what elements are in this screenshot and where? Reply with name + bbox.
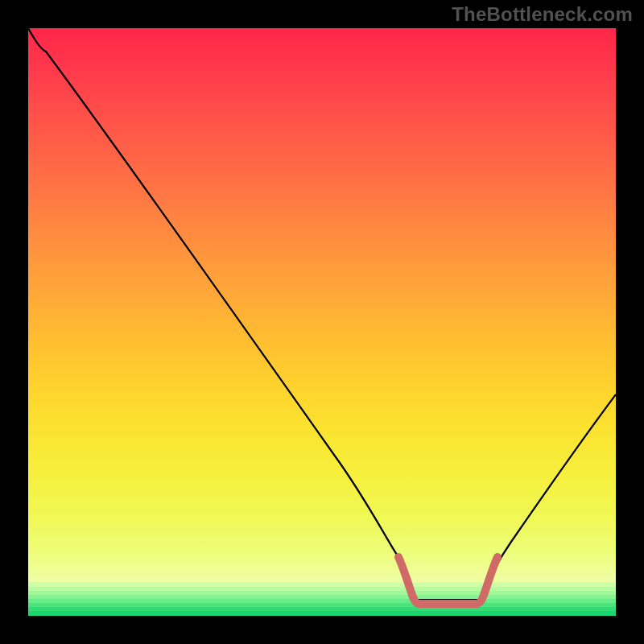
plot-area xyxy=(28,28,616,616)
curve-layer xyxy=(28,28,616,616)
bottleneck-curve xyxy=(28,28,616,600)
chart-frame: TheBottleneck.com xyxy=(0,0,644,644)
watermark-text: TheBottleneck.com xyxy=(452,3,633,26)
highlight-segment xyxy=(398,557,497,604)
